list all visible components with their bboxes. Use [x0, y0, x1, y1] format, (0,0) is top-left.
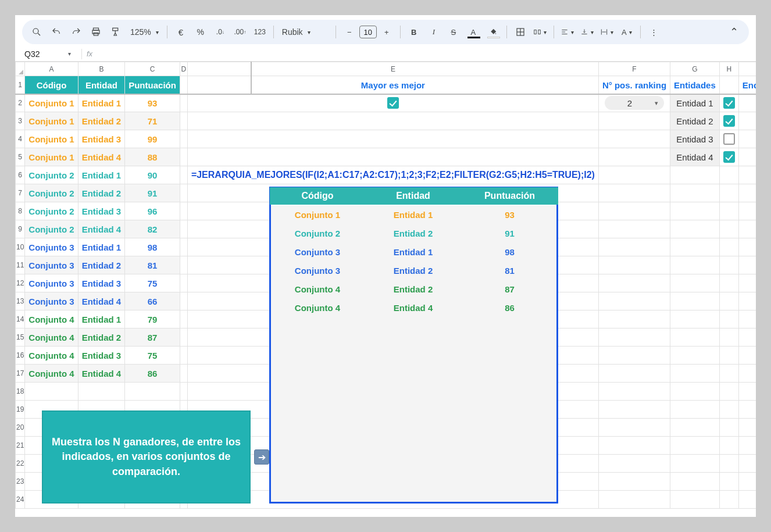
header-puntuacion[interactable]: Puntuación	[125, 76, 180, 94]
cell-F10[interactable]	[598, 238, 670, 256]
row-header-1[interactable]: 1	[16, 76, 25, 94]
cell-D16[interactable]	[180, 347, 187, 365]
cell-C10[interactable]: 98	[125, 238, 180, 256]
cell-A16[interactable]: Conjunto 4	[25, 347, 78, 365]
cell-I20[interactable]	[738, 419, 756, 437]
cell-G20[interactable]	[670, 419, 720, 437]
cell-H14[interactable]	[719, 310, 738, 329]
cell-F21[interactable]	[598, 437, 670, 455]
cell-F12[interactable]	[598, 274, 670, 292]
cell-C7[interactable]: 91	[125, 184, 180, 202]
row-header-21[interactable]: 21	[16, 437, 25, 455]
cell-A11[interactable]: Conjunto 3	[25, 256, 78, 274]
decrease-decimal-button[interactable]: .0↓	[212, 23, 229, 41]
cell-A7[interactable]: Conjunto 2	[25, 184, 78, 202]
entidad-checkbox-3[interactable]	[723, 133, 735, 145]
cell-H8[interactable]	[719, 202, 738, 220]
cell-H4[interactable]	[719, 130, 738, 148]
italic-button[interactable]: I	[425, 23, 442, 41]
row-header-14[interactable]: 14	[16, 310, 25, 329]
col-header-D[interactable]: D	[180, 62, 187, 76]
text-rotation-button[interactable]: A	[618, 23, 636, 41]
cell-C8[interactable]: 96	[125, 202, 180, 220]
header-entidad[interactable]: Entidad	[78, 76, 125, 94]
cell-C5[interactable]: 88	[125, 148, 180, 166]
vertical-align-button[interactable]	[579, 23, 596, 41]
horizontal-align-button[interactable]	[559, 23, 576, 41]
text-color-button[interactable]: A	[465, 23, 482, 41]
cell-H17[interactable]	[719, 365, 738, 383]
cell-I8[interactable]	[738, 202, 756, 220]
cell-I5[interactable]	[738, 148, 756, 166]
cell-G6[interactable]	[670, 166, 720, 184]
cell-G21[interactable]	[670, 437, 720, 455]
cell-G10[interactable]	[670, 238, 720, 256]
cell-C13[interactable]: 66	[125, 292, 180, 310]
cell-G16[interactable]	[670, 347, 720, 365]
cell-H9[interactable]	[719, 220, 738, 238]
merge-cells-button[interactable]	[531, 23, 549, 41]
font-size-input[interactable]: 10	[359, 26, 377, 38]
cell-A2[interactable]: Conjunto 1	[25, 94, 78, 112]
cell-F13[interactable]	[598, 292, 670, 310]
entidad-name-4[interactable]: Entidad 4	[670, 148, 720, 166]
cell-G15[interactable]	[670, 329, 720, 347]
cell-D12[interactable]	[180, 274, 187, 292]
ranking-dropdown[interactable]: 2	[605, 96, 664, 110]
cell-F5[interactable]	[598, 148, 670, 166]
header-codigo[interactable]: Código	[25, 76, 78, 94]
cell-D8[interactable]	[180, 202, 187, 220]
cell-E4[interactable]	[187, 130, 598, 148]
cell-I7[interactable]	[738, 184, 756, 202]
header-npos[interactable]: N° pos. ranking	[598, 76, 670, 94]
cell-H18[interactable]	[719, 383, 738, 401]
row-header-24[interactable]: 24	[16, 491, 25, 509]
cell-C18[interactable]	[125, 383, 180, 401]
cell-H20[interactable]	[719, 419, 738, 437]
row-header-15[interactable]: 15	[16, 329, 25, 347]
name-box[interactable]: Q32 ▾	[24, 49, 77, 59]
row-header-17[interactable]: 17	[16, 365, 25, 383]
cell-F14[interactable]	[598, 310, 670, 329]
cell-H6[interactable]	[719, 166, 738, 184]
toolbar-overflow-icon[interactable]: ⌃	[730, 26, 743, 38]
cell-I18[interactable]	[738, 383, 756, 401]
cell-D3[interactable]	[180, 112, 187, 130]
select-all-corner[interactable]	[16, 62, 25, 76]
row-header-6[interactable]: 6	[16, 166, 25, 184]
cell-F4[interactable]	[598, 130, 670, 148]
cell-E6[interactable]: =JERARQUIA_MEJORES(IF(I2;A1:C17;A2:C17);…	[187, 166, 598, 184]
cell-D18[interactable]	[180, 383, 187, 401]
cell-G11[interactable]	[670, 256, 720, 274]
cell-A8[interactable]: Conjunto 2	[25, 202, 78, 220]
zoom-combo[interactable]: 125%	[127, 23, 162, 41]
paint-format-icon[interactable]	[107, 23, 124, 41]
cell-H3[interactable]	[719, 112, 738, 130]
row-header-20[interactable]: 20	[16, 419, 25, 437]
cell-C2[interactable]: 93	[125, 94, 180, 112]
cell-B4[interactable]: Entidad 3	[78, 130, 125, 148]
cell-I3[interactable]	[738, 112, 756, 130]
row-header-3[interactable]: 3	[16, 112, 25, 130]
cell-H24[interactable]	[719, 491, 738, 509]
decrease-font-button[interactable]: −	[341, 23, 358, 41]
cell-B12[interactable]: Entidad 3	[78, 274, 125, 292]
cell-G24[interactable]	[670, 491, 720, 509]
cell-C4[interactable]: 99	[125, 130, 180, 148]
cell-I24[interactable]	[738, 491, 756, 509]
cell-G8[interactable]	[670, 202, 720, 220]
row-header-8[interactable]: 8	[16, 202, 25, 220]
row-header-5[interactable]: 5	[16, 148, 25, 166]
row-header-19[interactable]: 19	[16, 401, 25, 419]
header-mayor[interactable]: Mayor es mejor	[187, 76, 598, 94]
cell-G7[interactable]	[670, 184, 720, 202]
cell-F8[interactable]	[598, 202, 670, 220]
cell-F16[interactable]	[598, 347, 670, 365]
cell-C14[interactable]: 79	[125, 310, 180, 329]
cell-F19[interactable]	[598, 401, 670, 419]
cell-G9[interactable]	[670, 220, 720, 238]
cell-H16[interactable]	[719, 347, 738, 365]
cell-F17[interactable]	[598, 365, 670, 383]
row-header-12[interactable]: 12	[16, 274, 25, 292]
grid[interactable]: A B C D E F G H I 1CódigoEntidadPuntuaci…	[15, 62, 756, 517]
